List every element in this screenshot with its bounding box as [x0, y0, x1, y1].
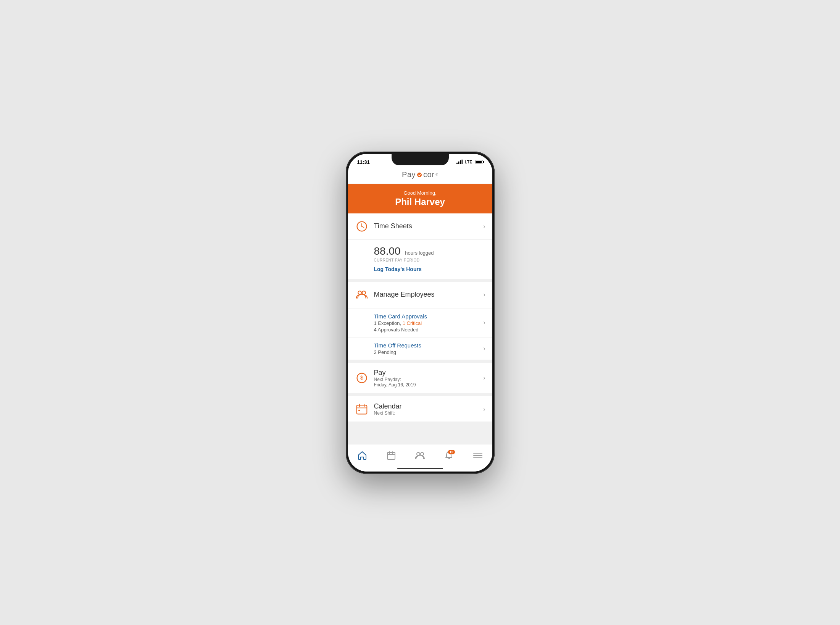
employees-icon [355, 288, 369, 302]
time-off-pending: 2 Pending [374, 349, 421, 355]
pay-header-left: $ Pay Next Payday: Friday, Aug 16, 2019 [355, 369, 416, 388]
notch [392, 154, 449, 165]
calendar-section: Calendar Next Shift: › [348, 396, 492, 422]
lte-label: LTE [465, 160, 472, 164]
svg-rect-2 [460, 160, 461, 164]
svg-point-7 [358, 291, 361, 294]
svg-point-8 [362, 291, 365, 294]
svg-rect-11 [356, 405, 367, 414]
critical-text: 1 Critical [403, 320, 422, 326]
svg-rect-15 [358, 409, 360, 411]
calendar-header[interactable]: Calendar Next Shift: › [348, 396, 492, 422]
timesheets-detail: 88.00 hours logged CURRENT PAY PERIOD Lo… [348, 240, 492, 279]
calendar-header-left: Calendar Next Shift: [355, 402, 402, 416]
signal-icon [456, 160, 463, 164]
svg-line-6 [362, 226, 364, 228]
time-off-chevron: › [483, 345, 485, 352]
logo-registered: ® [435, 173, 438, 176]
phone-screen: 11:31 LTE Pay [348, 154, 492, 472]
home-icon [357, 451, 367, 460]
manage-employees-title: Manage Employees [374, 291, 435, 299]
status-time: 11:31 [357, 159, 370, 165]
content-scroll[interactable]: Time Sheets › 88.00 hours logged CURRENT… [348, 213, 492, 456]
logo-text-2: cor [423, 170, 434, 179]
calendar-chevron: › [483, 406, 485, 413]
greeting-salutation: Good Morning, [356, 190, 485, 196]
pay-chevron: › [483, 375, 485, 381]
calendar-subtitle: Next Shift: [374, 410, 402, 416]
hours-value: 88.00 hours logged [374, 245, 434, 257]
hours-row: 88.00 hours logged [374, 245, 485, 257]
manage-employees-chevron: › [483, 291, 485, 298]
pay-subtitle: Next Payday: [374, 377, 416, 382]
calendar-icon [355, 402, 369, 416]
svg-text:$: $ [360, 375, 363, 381]
pay-header[interactable]: $ Pay Next Payday: Friday, Aug 16, 2019 … [348, 363, 492, 393]
timesheets-header[interactable]: Time Sheets › [348, 213, 492, 240]
schedule-icon [386, 451, 396, 460]
menu-icon [473, 452, 483, 459]
time-card-approvals-item[interactable]: Time Card Approvals 1 Exception, 1 Criti… [348, 308, 492, 337]
time-card-desc-2: 4 Approvals Needed [374, 327, 427, 333]
manage-employees-header[interactable]: Manage Employees › [348, 282, 492, 308]
time-card-chevron: › [483, 319, 485, 326]
svg-rect-3 [461, 160, 463, 164]
team-icon [414, 451, 425, 460]
timesheets-chevron: › [483, 223, 485, 230]
nav-home[interactable] [348, 451, 377, 460]
greeting-name: Phil Harvey [356, 197, 485, 207]
app-header: Pay cor ® [348, 167, 492, 184]
greeting-banner: Good Morning, Phil Harvey [348, 184, 492, 213]
timesheets-section: Time Sheets › 88.00 hours logged CURRENT… [348, 213, 492, 279]
calendar-title: Calendar [374, 402, 402, 410]
status-icons: LTE [456, 160, 483, 164]
manage-employees-header-left: Manage Employees [355, 288, 435, 302]
manage-employees-section: Manage Employees › Time Card Approvals 1… [348, 282, 492, 360]
log-hours-link[interactable]: Log Today's Hours [374, 266, 422, 272]
nav-schedule[interactable] [377, 451, 406, 460]
time-off-requests-item[interactable]: Time Off Requests 2 Pending › [348, 337, 492, 360]
timesheets-header-left: Time Sheets [355, 220, 412, 233]
svg-rect-16 [387, 452, 395, 459]
svg-rect-1 [458, 161, 459, 164]
svg-rect-0 [456, 163, 458, 164]
time-off-requests-link: Time Off Requests [374, 342, 421, 349]
pay-icon: $ [355, 371, 369, 385]
phone-frame: 11:31 LTE Pay [346, 152, 495, 474]
paycor-bird-icon [417, 172, 422, 178]
notification-badge: 12 [448, 450, 455, 454]
timesheets-title: Time Sheets [374, 222, 412, 230]
pay-period-label: CURRENT PAY PERIOD [374, 258, 485, 262]
logo-text: Pay [402, 170, 416, 179]
time-card-approvals-link: Time Card Approvals [374, 313, 427, 320]
nav-menu[interactable] [463, 452, 492, 459]
pay-date: Friday, Aug 16, 2019 [374, 382, 416, 388]
clock-icon [355, 220, 369, 233]
nav-team[interactable] [406, 451, 435, 460]
time-card-desc-1: 1 Exception, 1 Critical [374, 320, 427, 326]
nav-notifications[interactable]: 12 [434, 451, 463, 460]
pay-header-text: Pay Next Payday: Friday, Aug 16, 2019 [374, 369, 416, 388]
home-indicator [397, 468, 443, 469]
pay-section: $ Pay Next Payday: Friday, Aug 16, 2019 … [348, 363, 492, 393]
pay-title: Pay [374, 369, 416, 377]
hours-suffix: hours logged [405, 250, 434, 256]
battery-icon [475, 160, 483, 164]
calendar-header-text: Calendar Next Shift: [374, 402, 402, 416]
logo-container: Pay cor ® [356, 170, 485, 179]
